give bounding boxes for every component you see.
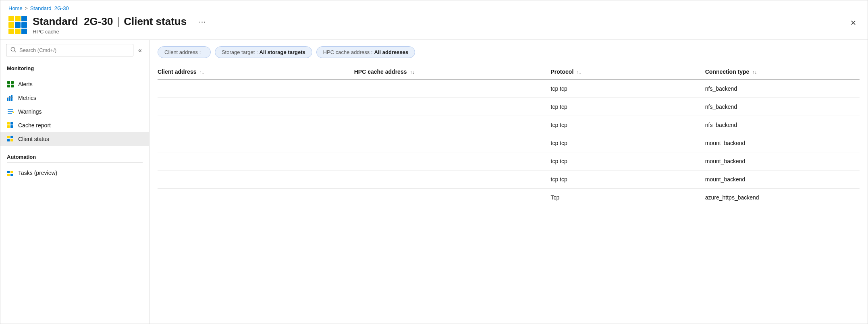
title-separator: | — [117, 15, 120, 28]
sidebar-item-metrics[interactable]: Metrics — [0, 91, 149, 105]
cell-connection-type-4: mount_backend — [705, 152, 860, 170]
filter-hpc-address[interactable]: HPC cache address : All addresses — [316, 46, 415, 58]
client-status-table: Client address ↑↓ HPC cache address ↑↓ P… — [158, 65, 860, 206]
metrics-label: Metrics — [18, 95, 36, 101]
table-body: tcp tcp nfs_backend tcp tcp nfs_backend … — [158, 79, 860, 206]
svg-line-1 — [15, 51, 16, 52]
svg-rect-21 — [10, 139, 13, 141]
alerts-label: Alerts — [18, 81, 33, 87]
breadcrumb: Home > Standard_2G-30 — [0, 0, 868, 14]
cell-hpc-address-5 — [354, 170, 551, 189]
table-header-row: Client address ↑↓ HPC cache address ↑↓ P… — [158, 65, 860, 79]
svg-rect-24 — [7, 174, 10, 176]
table-row: tcp tcp mount_backend — [158, 152, 860, 170]
col-header-protocol[interactable]: Protocol ↑↓ — [551, 65, 705, 79]
app-icon — [8, 16, 27, 34]
table-row: tcp tcp mount_backend — [158, 170, 860, 189]
table-row: tcp tcp nfs_backend — [158, 79, 860, 98]
table-row: tcp tcp mount_backend — [158, 134, 860, 152]
svg-rect-2 — [7, 81, 10, 84]
header: Standard_2G-30 | Client status ··· HPC c… — [0, 14, 868, 39]
sidebar-item-alerts[interactable]: Alerts — [0, 77, 149, 91]
sidebar-item-cache-report[interactable]: Cache report — [0, 118, 149, 132]
filter-client-address[interactable]: Client address : — [158, 46, 211, 58]
sidebar-item-warnings[interactable]: Warnings — [0, 105, 149, 118]
table-row: tcp tcp nfs_backend — [158, 116, 860, 134]
svg-rect-7 — [9, 96, 10, 101]
cell-hpc-address-6 — [354, 189, 551, 207]
monitoring-divider — [7, 74, 143, 74]
breadcrumb-separator: > — [25, 6, 28, 11]
cell-protocol-3: tcp tcp — [551, 134, 705, 152]
sidebar-nav: Monitoring Alerts — [0, 61, 149, 324]
sort-protocol-icon[interactable]: ↑↓ — [577, 70, 581, 75]
client-status-icon — [7, 135, 14, 143]
filter-storage-target-value: All storage targets — [260, 49, 305, 55]
cell-connection-type-3: mount_backend — [705, 134, 860, 152]
col-header-connection-type[interactable]: Connection type ↑↓ — [705, 65, 860, 79]
filter-hpc-address-value: All addresses — [374, 49, 409, 55]
svg-rect-19 — [10, 136, 13, 138]
sidebar-item-tasks[interactable]: Tasks (preview) — [0, 166, 149, 180]
svg-rect-14 — [7, 122, 10, 125]
search-input[interactable] — [19, 47, 129, 53]
header-title-group: Standard_2G-30 | Client status ··· HPC c… — [33, 15, 209, 35]
filter-storage-target[interactable]: Storage target : All storage targets — [215, 46, 312, 58]
cell-protocol-2: tcp tcp — [551, 116, 705, 134]
cell-client-address-4 — [158, 152, 354, 170]
svg-rect-4 — [7, 85, 10, 87]
cell-client-address-2 — [158, 116, 354, 134]
col-header-hpc-cache-address[interactable]: HPC cache address ↑↓ — [354, 65, 551, 79]
more-options-button[interactable]: ··· — [195, 15, 209, 28]
breadcrumb-current[interactable]: Standard_2G-30 — [30, 5, 69, 11]
sort-connection-type-icon[interactable]: ↑↓ — [752, 70, 757, 75]
cell-connection-type-6: azure_https_backend — [705, 189, 860, 207]
search-icon — [10, 47, 16, 54]
sort-hpc-address-icon[interactable]: ↑↓ — [410, 70, 414, 75]
content-area: Client address : Storage target : All st… — [150, 40, 868, 324]
cell-protocol-4: tcp tcp — [551, 152, 705, 170]
filter-hpc-address-label: HPC cache address : — [323, 49, 373, 55]
cell-hpc-address-0 — [354, 79, 551, 98]
main-layout: « Monitoring Alerts — [0, 39, 868, 324]
warnings-icon — [7, 108, 14, 115]
cell-protocol-6: Tcp — [551, 189, 705, 207]
cell-connection-type-2: nfs_backend — [705, 116, 860, 134]
sidebar-item-client-status[interactable]: Client status — [0, 132, 149, 146]
svg-rect-5 — [11, 85, 14, 87]
tasks-label: Tasks (preview) — [18, 170, 57, 176]
sort-client-address-icon[interactable]: ↑↓ — [199, 70, 204, 75]
alerts-icon — [7, 81, 14, 88]
search-container: « — [0, 44, 149, 61]
cell-connection-type-1: nfs_backend — [705, 98, 860, 116]
cell-hpc-address-4 — [354, 152, 551, 170]
cell-connection-type-5: mount_backend — [705, 170, 860, 189]
cell-hpc-address-2 — [354, 116, 551, 134]
cell-client-address-0 — [158, 79, 354, 98]
cell-client-address-3 — [158, 134, 354, 152]
filter-client-address-label: Client address : — [164, 49, 201, 55]
search-box[interactable] — [6, 44, 133, 56]
col-header-client-address[interactable]: Client address ↑↓ — [158, 65, 354, 79]
client-status-label: Client status — [18, 136, 49, 142]
svg-rect-18 — [7, 136, 10, 138]
cell-hpc-address-3 — [354, 134, 551, 152]
filter-storage-target-label: Storage target : — [222, 49, 258, 55]
svg-rect-3 — [11, 81, 14, 84]
svg-rect-16 — [7, 125, 10, 128]
svg-rect-15 — [10, 122, 13, 125]
svg-rect-6 — [7, 98, 8, 101]
collapse-sidebar-button[interactable]: « — [137, 45, 143, 56]
svg-rect-22 — [7, 171, 10, 173]
tasks-icon — [7, 169, 14, 177]
cell-hpc-address-1 — [354, 98, 551, 116]
filter-client-address-value — [202, 49, 204, 55]
breadcrumb-home[interactable]: Home — [8, 5, 23, 11]
cache-report-icon — [7, 122, 14, 129]
close-button[interactable]: ✕ — [847, 17, 860, 29]
hpc-grid-icon — [8, 16, 27, 34]
svg-rect-17 — [10, 125, 13, 128]
resource-name: Standard_2G-30 — [33, 15, 113, 28]
svg-rect-23 — [10, 171, 13, 173]
cell-protocol-0: tcp tcp — [551, 79, 705, 98]
